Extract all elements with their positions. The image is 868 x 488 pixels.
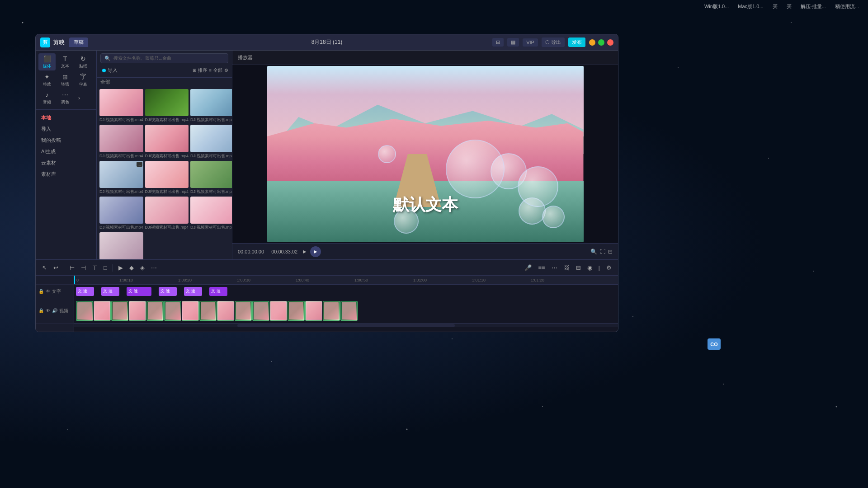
export-preview-btn[interactable]: ⬡ 导出	[542, 38, 565, 47]
topbar-item-win[interactable]: Win版1.0...	[704, 3, 729, 10]
list-item[interactable]: DJI视频素材可出售.mp4	[145, 125, 189, 159]
tool-media[interactable]: ⬛ 媒体	[38, 53, 56, 70]
minimize-btn[interactable]	[589, 39, 595, 46]
video-clip-15[interactable]	[340, 301, 358, 321]
close-btn[interactable]	[607, 39, 613, 46]
text-clip-3[interactable]: 文 速	[127, 287, 151, 296]
play-tl-btn[interactable]: ▶	[117, 263, 125, 272]
settings-icon[interactable]: ⚙	[224, 68, 228, 73]
tool-color[interactable]: ⋯ 调色	[57, 89, 74, 107]
video-clip-14[interactable]	[323, 301, 340, 321]
list-item[interactable]: DJI视频素材可出售.mp4	[99, 89, 143, 123]
video-clip-12[interactable]	[288, 301, 305, 321]
list-item[interactable]: DJI视频素材可出售.mp4	[190, 125, 232, 159]
sort-btn[interactable]: 排序	[198, 67, 207, 74]
tool-transition[interactable]: ⊞ 转场	[57, 71, 74, 89]
import-btn[interactable]: 导入	[100, 66, 119, 75]
tool-effect[interactable]: ✦ 特效	[38, 71, 56, 89]
publish-btn[interactable]: 发布	[568, 38, 585, 47]
nav-my-posts[interactable]: 我的投稿	[38, 135, 94, 145]
cursor-tool[interactable]: ↖	[40, 263, 49, 272]
video-clip-1[interactable]	[94, 301, 111, 321]
tool-caption[interactable]: 字 字幕	[75, 71, 92, 89]
link-btn[interactable]: ⛓	[562, 263, 571, 272]
topbar-item-use[interactable]: 稍使用流...	[835, 3, 859, 10]
preview-canvas: 默认文本	[232, 65, 618, 243]
video-clip-4[interactable]	[146, 301, 164, 321]
mark-btn[interactable]: ◆	[127, 263, 136, 272]
mic-icon[interactable]: 🎤	[523, 263, 533, 272]
pip-btn[interactable]: ⊟	[574, 263, 583, 272]
more-tl-btn[interactable]: ⋯	[149, 263, 159, 272]
zoom-in-tl[interactable]: |	[597, 263, 602, 272]
snap-btn[interactable]: ◈	[138, 263, 146, 272]
settings-tl[interactable]: ⚙	[604, 263, 613, 272]
video-clip-9[interactable]	[235, 301, 252, 321]
text-clip-4[interactable]: 文 速	[159, 287, 177, 296]
topbar-item-unzip[interactable]: 解压·批量...	[801, 3, 826, 10]
video-clip-8[interactable]	[217, 301, 234, 321]
list-item[interactable]: DJI视频素材可出售.mp4	[190, 197, 232, 230]
video-clip-3[interactable]	[129, 301, 146, 321]
fullscreen-icon[interactable]: ⛶	[600, 249, 605, 255]
list-item[interactable]: ... DJI视频素材可出售.mp4	[99, 161, 143, 195]
play-button[interactable]: ▶	[310, 246, 321, 257]
nav-import[interactable]: 导入	[38, 124, 94, 134]
audio-track-btn[interactable]: ≡≡	[536, 263, 547, 272]
trim-btn[interactable]: ⊤	[90, 263, 99, 272]
grid-view-btn[interactable]: ⊞	[193, 68, 196, 73]
circle-btn[interactable]: ◉	[585, 263, 594, 272]
tab-draft[interactable]: 草稿	[69, 38, 88, 47]
topbar-item-buy1[interactable]: 买	[773, 3, 778, 10]
list-item[interactable]: DJI视频素材可出售.mp4	[190, 161, 232, 195]
delete-btn[interactable]: ⊣	[79, 263, 88, 272]
text-clip-1[interactable]: 文 速	[76, 287, 94, 296]
filter-btn[interactable]: ≡	[209, 68, 212, 73]
text-clip-6[interactable]: 文 速	[209, 287, 227, 296]
text-clip-5[interactable]: 文 速	[184, 287, 202, 296]
grid-btn[interactable]: ▦	[507, 38, 519, 47]
list-item[interactable]: DJI视频素材可出售.mp4	[99, 232, 143, 259]
nav-ai-generate[interactable]: AI生成	[38, 146, 94, 157]
all-btn[interactable]: 全部	[213, 67, 222, 74]
nav-cloud[interactable]: 云素材	[38, 158, 94, 168]
tool-audio[interactable]: ♪ 音频	[38, 89, 56, 107]
list-item[interactable]: DJI视频素材可出售.mp4	[145, 161, 189, 195]
list-item[interactable]: DJI视频素材可出售.mp4	[145, 89, 189, 123]
tool-text[interactable]: T 文本	[57, 53, 74, 70]
settings2-icon[interactable]: ⊟	[608, 249, 613, 255]
more-tools-btn[interactable]: ›	[75, 89, 84, 107]
list-item[interactable]: DJI视频素材可出售.mp4	[145, 197, 189, 230]
video-clip-0[interactable]	[76, 301, 93, 321]
search-bar[interactable]: 🔍 搜索文件名称、蓝莓只...金曲	[100, 53, 228, 63]
video-clip-2[interactable]	[111, 301, 128, 321]
vip-btn[interactable]: VIP	[523, 38, 538, 47]
thumb-cherry3	[190, 89, 232, 116]
crop-btn[interactable]: □	[102, 263, 109, 272]
video-clip-13[interactable]	[305, 301, 322, 321]
text-clip-2[interactable]: 文 速	[101, 287, 119, 296]
topbar-item-buy2[interactable]: 买	[787, 3, 792, 10]
media-name: DJI视频素材可出售.mp4	[190, 153, 232, 159]
time-total: 00:00:33:02	[271, 249, 297, 254]
topbar-item-mac[interactable]: Mac版1.0...	[738, 3, 763, 10]
undo-btn[interactable]: ↩	[52, 263, 60, 272]
tool-sticker[interactable]: ↻ 贴纸	[75, 53, 92, 70]
split-btn[interactable]: ⊢	[68, 263, 76, 272]
nav-material[interactable]: 素材库	[38, 169, 94, 179]
list-item[interactable]: DJI视频素材可出售.mp4	[99, 125, 143, 159]
nav-local[interactable]: 本地	[38, 113, 94, 123]
video-clip-7[interactable]	[199, 301, 217, 321]
list-item[interactable]: DJI视频素材可出售.mp4	[190, 89, 232, 123]
clip-btn[interactable]: ⋯	[550, 263, 559, 272]
scrollbar-thumb[interactable]	[237, 324, 455, 327]
video-clip-5[interactable]	[164, 301, 181, 321]
video-clip-6[interactable]	[182, 301, 199, 321]
timeline-scrollbar[interactable]	[74, 324, 618, 327]
video-clip-11[interactable]	[270, 301, 287, 321]
list-item[interactable]: DJI视频素材可出售.mp4	[99, 197, 143, 230]
zoom-icon[interactable]: 🔍	[590, 249, 597, 255]
maximize-btn[interactable]	[598, 39, 604, 46]
view-toggle-btn[interactable]: ⊞	[492, 38, 504, 47]
video-clip-10[interactable]	[252, 301, 269, 321]
